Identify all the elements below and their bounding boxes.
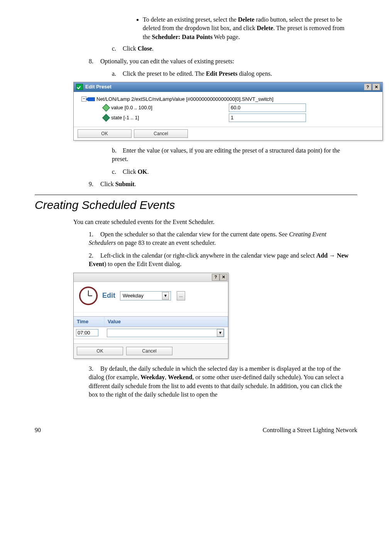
col-time: Time	[74, 317, 105, 327]
tag-icon	[88, 97, 95, 101]
page-footer: 90 Controlling a Street Lighting Network	[35, 426, 357, 434]
bullet-delete-preset: To delete an existing preset, select the…	[143, 15, 350, 41]
footer-title: Controlling a Street Lighting Network	[263, 426, 357, 434]
value-input[interactable]	[107, 329, 217, 337]
section-heading: Creating Scheduled Events	[35, 197, 357, 213]
step-9: 9.Click Submit.	[89, 180, 350, 188]
step-8b: b.Enter the value (or values, if you are…	[112, 146, 357, 164]
sched-step-3: 3.By default, the daily schedule in whic…	[89, 365, 350, 399]
time-input[interactable]	[76, 329, 98, 336]
tree-row-value[interactable]: value [0.0 .. 100.0]	[81, 104, 228, 111]
intro-text: You can create scheduled events for the …	[73, 218, 350, 226]
dialog-title: Edit Preset	[85, 83, 112, 90]
edit-label: Edit	[102, 291, 115, 300]
step-8c: c.Click OK.	[112, 168, 357, 176]
event-grid-header: Time Value	[74, 316, 228, 327]
help-button[interactable]: ?	[364, 83, 372, 90]
close-button[interactable]: ✕	[220, 274, 227, 281]
ok-button[interactable]: OK	[78, 129, 132, 138]
state-input[interactable]: 1	[229, 114, 306, 122]
chevron-down-icon[interactable]: ▼	[162, 292, 169, 300]
event-titlebar: ? ✕	[74, 273, 228, 282]
step-8: 8.Optionally, you can edit the values of…	[89, 57, 350, 66]
diamond-icon	[102, 104, 110, 112]
more-button[interactable]: ...	[177, 291, 185, 300]
sched-step-1: 1.Open the scheduler so that the calenda…	[89, 230, 350, 248]
schedule-input[interactable]	[122, 292, 162, 299]
help-button[interactable]: ?	[212, 274, 220, 281]
tree-root-label: Net/LON/Lamp 2/extSLC/nviLampValue [#000…	[96, 96, 274, 103]
sched-step-2: 2.Left-click in the calendar (or right-c…	[89, 251, 350, 269]
schedule-combo[interactable]: ▼	[120, 291, 171, 300]
close-button[interactable]: ✕	[372, 83, 380, 90]
col-value: Value	[105, 317, 228, 327]
app-icon	[76, 84, 83, 90]
diamond-icon	[102, 114, 110, 122]
cancel-button[interactable]: Cancel	[126, 347, 172, 355]
value-combo[interactable]: ▼	[107, 329, 224, 337]
value-input[interactable]: 60.0	[229, 103, 306, 112]
cancel-button[interactable]: Cancel	[134, 129, 188, 138]
edit-preset-dialog: Edit Preset ? ✕ − Net/LON/Lamp 2/extSLC/…	[73, 82, 383, 141]
tree-row-state[interactable]: state [-1 .. 1]	[81, 114, 228, 121]
step-8a: a.Click the preset to be edited. The Edi…	[112, 70, 357, 78]
chevron-down-icon[interactable]: ▼	[217, 329, 224, 337]
step-c-close: c.Click Close.	[112, 44, 357, 53]
event-grid-row: ▼	[74, 327, 228, 339]
section-divider	[35, 195, 357, 195]
tree-root-row[interactable]: − Net/LON/Lamp 2/extSLC/nviLampValue [#0…	[81, 96, 375, 103]
dialog-titlebar: Edit Preset ? ✕	[74, 82, 382, 92]
clock-icon	[79, 287, 98, 305]
page-number: 90	[35, 426, 41, 434]
edit-event-dialog: ? ✕ Edit ▼ ... Time Value ▼ OK Cancel	[73, 273, 228, 359]
ok-button[interactable]: OK	[77, 347, 123, 355]
